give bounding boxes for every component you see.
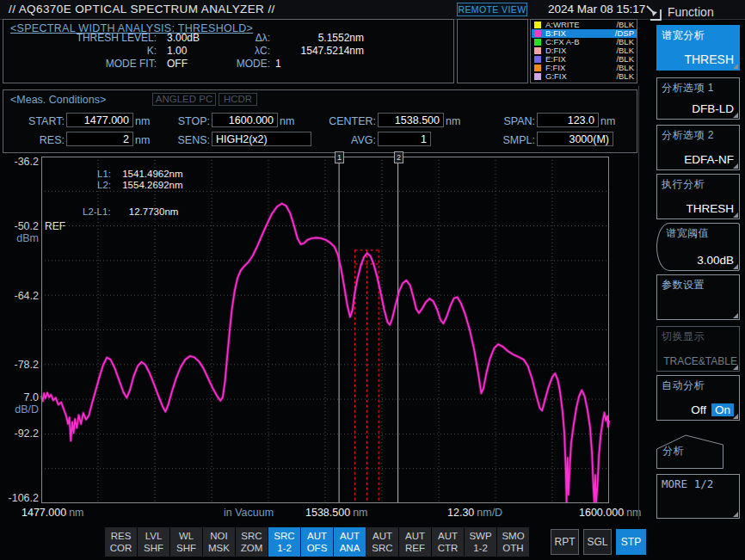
fn-btn-parameter-setting[interactable]: 参数设置 (656, 274, 740, 320)
res-label: RES: (13, 134, 65, 146)
start-field[interactable]: 1477.000 (66, 113, 133, 127)
toolbar-smo-oth-l1: SMO (502, 531, 524, 541)
auto-analysis-off[interactable]: Off (691, 403, 706, 416)
mode-label: MODE: (208, 58, 270, 70)
auto-analysis-on[interactable]: On (711, 403, 734, 416)
span-label: SPAN: (483, 115, 535, 127)
fn-btn-analysis-option-2[interactable]: 分析选项 2 EDFA-NF (656, 125, 740, 170)
angled-pc-badge: ANGLED PC (152, 93, 216, 106)
sens-label: SENS: (160, 134, 210, 146)
x-center-unit: nm (353, 507, 367, 519)
span-field[interactable]: 123.0 (537, 113, 599, 127)
avg-field[interactable]: 1 (378, 132, 431, 146)
smpl-field[interactable]: 3000(M) (537, 132, 613, 146)
toolbar-swp-1-2[interactable]: SWP1-2 (465, 527, 496, 557)
x-right-label: 1600.000nm (579, 507, 642, 519)
x-scale-value: 12.30 (447, 507, 474, 519)
toolbar-src-zom[interactable]: SRCZOM (236, 527, 268, 557)
function-menu-header: Function (668, 5, 714, 19)
fn-btn-auto-analysis[interactable]: 自动分析 OffOn (656, 375, 740, 421)
fn-btn-execute-analysis-value: THRESH (686, 202, 734, 215)
fn-btn-width-threshold[interactable]: 谱宽阈值 3.00dB (656, 223, 740, 271)
fn-btn-parameter-setting-label: 参数设置 (662, 278, 705, 292)
toolbar-aut-ref-l2: REF (405, 543, 425, 553)
fn-btn-more[interactable]: MORE 1/2 (656, 474, 740, 519)
trace-g-status: /BLK (616, 72, 634, 81)
ytick-2: -64.2 (0, 290, 39, 302)
y-scale-unit: dB/D (0, 403, 39, 415)
toolbar-src-1-2-l2: 1-2 (277, 543, 292, 553)
toolbar-noi-msk-l1: NOI (210, 531, 227, 541)
fn-btn-analysis-option-1-value: DFB-LD (692, 102, 734, 115)
toolbar-aut-ofs[interactable]: AUTOFS (301, 527, 333, 557)
toolbar-res-cor[interactable]: RESCOR (105, 527, 137, 557)
l2-l1-label: L2-L1: (83, 206, 111, 217)
toolbar-aut-src-l2: SRC (372, 543, 392, 553)
toolbar-aut-ana[interactable]: AUTANA (334, 527, 366, 557)
marker-2-flag[interactable]: 2 (394, 151, 403, 163)
trace-legend: A:WRITE /BLK B:FIX /DSP C:FX A-B /BLK D:… (530, 19, 637, 83)
fn-btn-auto-analysis-toggle[interactable]: OffOn (691, 403, 734, 416)
toolbar-aut-ref-l1: AUT (405, 531, 425, 541)
toolbar-lvl-shf-l2: SHF (144, 543, 163, 553)
title-bar: // AQ6370E OPTICAL SPECTRUM ANALYZER // … (0, 0, 745, 20)
toolbar-noi-msk[interactable]: NOIMSK (203, 527, 235, 557)
center-field[interactable]: 1538.500 (378, 113, 444, 127)
res-unit: nm (135, 134, 150, 146)
mode-value: 1 (275, 58, 281, 70)
toolbar-aut-ref[interactable]: AUTREF (399, 527, 431, 557)
fn-btn-analysis-option-1-label: 分析选项 1 (662, 81, 714, 95)
fn-btn-analysis-option-1[interactable]: 分析选项 1 DFB-LD (656, 77, 740, 120)
fn-btn-switch-display-label: 切换显示 (662, 329, 705, 344)
toolbar-aut-ctr[interactable]: AUTCTR (432, 527, 464, 557)
toolbar-wl-shf[interactable]: WLSHF (170, 527, 202, 557)
marker-1-flag[interactable]: 1 (335, 151, 344, 163)
stop-field[interactable]: 1600.000 (212, 113, 278, 127)
fn-btn-execute-analysis[interactable]: 执行分析 THRESH (656, 174, 740, 219)
l1-value: 1541.4962nm (122, 169, 182, 179)
sweep-sgl-button[interactable]: SGL (583, 529, 612, 555)
datetime: 2024 Mar 08 15:17 (548, 3, 645, 15)
trace-e-swatch (534, 56, 541, 63)
function-menu-icon (644, 4, 663, 22)
y-scale-value: 7.0 (0, 391, 39, 403)
center-unit: nm (446, 115, 460, 127)
fn-btn-spectral-width[interactable]: 谱宽分析 THRESH (656, 25, 740, 71)
res-field[interactable]: 2 (66, 132, 133, 146)
center-label: CENTER: (324, 115, 376, 127)
trace-row-g[interactable]: G:FIX /BLK (532, 72, 637, 81)
x-center-value: 1538.500 (305, 507, 350, 519)
trace-a-swatch (534, 22, 541, 28)
toolbar-swp-1-2-l2: 1-2 (473, 543, 488, 553)
sens-field[interactable]: HIGH2(x2) (212, 132, 311, 146)
start-unit: nm (135, 115, 150, 127)
toolbar-smo-oth[interactable]: SMOOTH (497, 527, 529, 557)
l2-l1-annotation: L2-L1: 12.7730nm (83, 206, 178, 217)
trace-g-swatch (534, 73, 541, 80)
toolbar-aut-ctr-l1: AUT (438, 531, 458, 541)
toolbar-aut-src[interactable]: AUTSRC (366, 527, 398, 557)
sens-value: HIGH2(x2) (216, 133, 268, 145)
l1-label: L1: (97, 169, 120, 179)
res-value: 2 (123, 133, 129, 145)
x-right-value: 1600.000 (579, 507, 624, 519)
toolbar-wl-shf-l2: SHF (176, 543, 196, 553)
hcdr-badge: HCDR (219, 93, 257, 106)
l1-annotation: L1: 1541.4962nm (97, 169, 183, 179)
start-label: START: (13, 115, 65, 127)
fn-btn-analysis-label: 分析 (662, 444, 684, 458)
toolbar-aut-ofs-l1: AUT (307, 531, 327, 541)
fn-btn-switch-display: 切换显示 TRACE&TABLE (656, 326, 740, 372)
vacuum-label: in Vacuum (224, 507, 274, 519)
sweep-rpt-button[interactable]: RPT (551, 529, 579, 555)
fn-btn-spectral-width-value: THRESH (684, 52, 734, 66)
sweep-stp-button[interactable]: STP (616, 529, 646, 555)
toolbar-lvl-shf[interactable]: LVLSHF (138, 527, 169, 557)
toolbar-lvl-shf-l1: LVL (145, 531, 163, 541)
fn-btn-execute-analysis-label: 执行分析 (662, 177, 705, 192)
avg-label: AVG: (324, 134, 376, 146)
thresh-level-value: 3.00dB (167, 32, 200, 44)
trace-b-swatch (534, 30, 541, 37)
trace-c-swatch (534, 39, 541, 46)
toolbar-src-1-2[interactable]: SRC1-2 (268, 527, 300, 557)
